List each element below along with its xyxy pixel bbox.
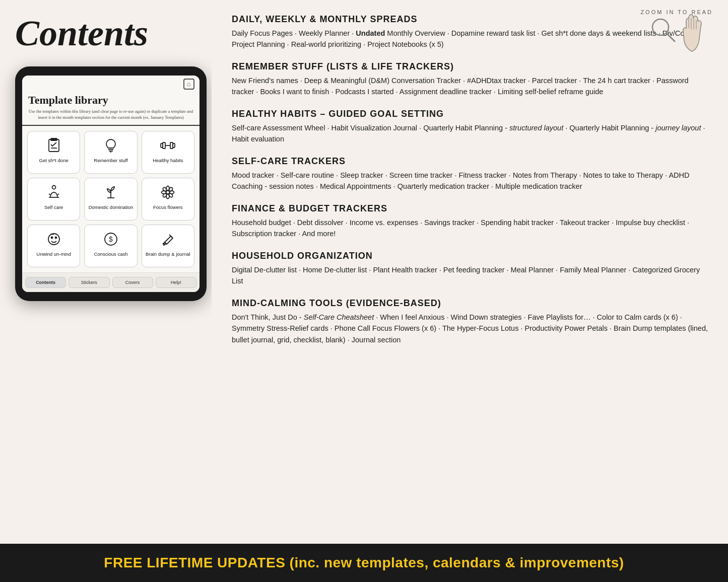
- template-item-self-care[interactable]: Self care: [27, 178, 80, 221]
- section-mind-calming: Mind-Calming Tools (Evidence-Based) Don'…: [232, 298, 708, 345]
- svg-rect-0: [49, 139, 59, 152]
- svg-point-26: [55, 237, 56, 238]
- tablet-screen: Template library Use the templates withi…: [22, 76, 200, 292]
- face-smile-icon: [45, 230, 63, 248]
- template-label: Brain dump & journal: [146, 251, 190, 257]
- svg-line-32: [667, 33, 675, 41]
- template-label: Remember stuff: [94, 158, 127, 164]
- section-body: Self-care Assessment Wheel · Habit Visua…: [232, 122, 708, 145]
- coin-icon: $: [102, 230, 120, 248]
- sprout-icon: [102, 183, 120, 201]
- clipboard-icon: [45, 136, 63, 155]
- section-title: Healthy Habits – Guided Goal Setting: [232, 109, 708, 119]
- left-panel: Contents Template library Use the templa…: [0, 0, 212, 544]
- magnifier-area: [649, 16, 704, 56]
- section-body: Mood tracker · Self-care routine · Sleep…: [232, 170, 708, 192]
- svg-point-15: [166, 190, 170, 194]
- section-title: Mind-Calming Tools (Evidence-Based): [232, 298, 708, 309]
- section-household-org: Household Organization Digital De-clutte…: [232, 251, 708, 287]
- template-label: Healthy habits: [153, 158, 183, 164]
- dumbbell-icon: [159, 136, 177, 155]
- tablet-title-section: Template library Use the templates withi…: [22, 91, 200, 126]
- section-title: Remember Stuff (Lists & Life Trackers): [232, 61, 708, 72]
- svg-rect-9: [170, 142, 173, 149]
- section-body: Digital De-clutter list · Home De-clutte…: [232, 264, 708, 287]
- lightbulb-icon: [102, 136, 120, 155]
- section-title: Self-Care Trackers: [232, 156, 708, 167]
- footer-text: FREE LIFETIME UPDATES (inc. new template…: [104, 555, 624, 570]
- section-title: Daily, Weekly & Monthly Spreads: [232, 14, 708, 25]
- svg-text:$: $: [109, 235, 113, 243]
- template-item-focus-flowers[interactable]: Focus flowers: [142, 178, 194, 221]
- template-label: Unwind un-mind: [36, 251, 71, 257]
- zoom-hint: ZOOM IN TO READ: [640, 9, 713, 56]
- template-label: Focus flowers: [153, 204, 183, 210]
- svg-point-11: [52, 185, 55, 189]
- pencil-icon: [159, 230, 177, 248]
- right-panel: ZOOM IN TO READ Daily, Weekly & Monthly …: [212, 0, 728, 544]
- template-item-brain-dump[interactable]: Brain dump & journal: [142, 225, 194, 267]
- meditation-icon: [45, 183, 63, 201]
- template-item-domestic[interactable]: Domestic domination: [84, 178, 137, 221]
- home-icon[interactable]: [183, 79, 194, 90]
- tablet-library-title: Template library: [28, 94, 193, 107]
- tablet-mockup: Template library Use the templates withi…: [15, 66, 207, 301]
- tablet-subtitle: Use the templates within this library (a…: [28, 109, 193, 121]
- template-item-conscious-cash[interactable]: $ Conscious cash: [84, 225, 137, 267]
- template-label: Conscious cash: [94, 251, 127, 257]
- tab-help[interactable]: Help!: [156, 277, 196, 288]
- template-label: Get sh*t done: [39, 158, 69, 164]
- section-daily-weekly-monthly: Daily, Weekly & Monthly Spreads Daily Fo…: [232, 14, 708, 50]
- footer-banner: FREE LIFETIME UPDATES (inc. new template…: [0, 544, 728, 582]
- section-finance-budget: Finance & Budget Trackers Household budg…: [232, 203, 708, 240]
- section-healthy-habits: Healthy Habits – Guided Goal Setting Sel…: [232, 109, 708, 145]
- magnifier-icon: [649, 16, 677, 44]
- tab-stickers[interactable]: Stickers: [69, 277, 109, 288]
- section-title: Household Organization: [232, 251, 708, 261]
- tablet-bottom-bar: Contents Stickers Covers Help!: [22, 272, 200, 292]
- template-label: Domestic domination: [89, 204, 134, 210]
- tab-covers[interactable]: Covers: [112, 277, 153, 288]
- section-body: Don't Think, Just Do - Self-Care Cheatsh…: [232, 312, 708, 345]
- template-label: Self care: [44, 204, 63, 210]
- tablet-top-bar: [22, 76, 200, 91]
- section-body: Daily Focus Pages · Weekly Planner · Und…: [232, 28, 708, 50]
- svg-rect-8: [163, 142, 165, 149]
- template-item-get-shit-done[interactable]: Get sh*t done: [27, 131, 80, 174]
- template-grid: Get sh*t done Remember stuff: [22, 126, 200, 272]
- template-item-healthy-habits[interactable]: Healthy habits: [142, 131, 194, 174]
- section-body: New Friend's names · Deep & Meaningful (…: [232, 75, 708, 98]
- section-body: Household budget · Debt dissolver · Inco…: [232, 217, 708, 240]
- hand-icon: [679, 11, 704, 56]
- tab-contents[interactable]: Contents: [25, 277, 66, 288]
- template-item-unwind[interactable]: Unwind un-mind: [27, 225, 80, 267]
- section-title: Finance & Budget Trackers: [232, 203, 708, 214]
- flower-icon: [159, 183, 177, 201]
- contents-title: Contents: [15, 15, 148, 51]
- template-item-remember-stuff[interactable]: Remember stuff: [84, 131, 137, 174]
- svg-point-25: [51, 237, 52, 238]
- section-remember-stuff: Remember Stuff (Lists & Life Trackers) N…: [232, 61, 708, 98]
- section-self-care-trackers: Self-Care Trackers Mood tracker · Self-c…: [232, 156, 708, 192]
